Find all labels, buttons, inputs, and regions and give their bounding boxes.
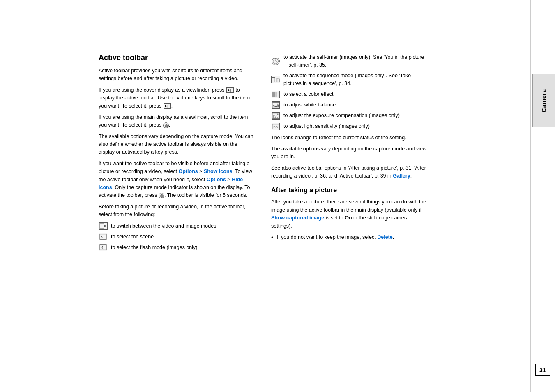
svg-rect-14	[272, 92, 275, 97]
toolbar-item-scene: A to select the scene	[99, 233, 255, 241]
sequence-icon	[271, 76, 280, 83]
camera-tab-label: Camera	[541, 89, 547, 112]
toolbar-item-sequence: to activate the sequence mode (images on…	[271, 72, 427, 88]
show-captured-image-link[interactable]: Show captured image	[271, 215, 324, 221]
joystick-icon-1	[163, 122, 169, 128]
gallery-link[interactable]: Gallery	[393, 173, 410, 179]
self-timer-icon	[272, 58, 280, 65]
svg-rect-13	[276, 79, 279, 82]
svg-marker-1	[104, 225, 107, 227]
para-options-vary-right: The available options vary depending on …	[271, 145, 427, 161]
toolbar-item-color-text: to select a color effect	[283, 90, 333, 98]
para-before-taking: Before taking a picture or recording a v…	[99, 203, 255, 219]
video-image-icon	[99, 222, 108, 230]
toolbar-item-self-timer: to activate the self-timer (images only)…	[271, 53, 427, 69]
show-icons-link[interactable]: Show icons	[204, 168, 232, 174]
bullet-delete: • If you do not want to keep the image, …	[271, 233, 427, 242]
camera-tab: Camera	[532, 74, 555, 127]
svg-rect-12	[274, 78, 277, 82]
play-pause-icon-2: ▶‖	[164, 103, 171, 109]
play-pause-icon-1: ▶‖	[226, 87, 234, 93]
toolbar-item-video-image-text: to switch between the video and image mo…	[111, 222, 216, 230]
toolbar-item-sequence-text: to activate the sequence mode (images on…	[283, 72, 427, 88]
after-para-1: After you take a picture, there are seve…	[271, 198, 427, 230]
wb-icon: AWB	[272, 101, 280, 109]
toolbar-item-color: to select a color effect	[271, 90, 427, 99]
para-options-vary: The available options vary depending on …	[99, 133, 255, 157]
para-icons-change: The icons change to reflect the current …	[271, 134, 427, 142]
svg-marker-6	[101, 245, 104, 250]
main-content: Active toolbar Active toolbar provides y…	[0, 0, 530, 392]
bullet-delete-text: If you do not want to keep the image, se…	[277, 233, 394, 241]
after-taking-heading: After taking a picture	[271, 187, 427, 194]
para-show-hide: If you want the active toolbar to be vis…	[99, 160, 255, 200]
para-intro: Active toolbar provides you with shortcu…	[99, 67, 255, 83]
page-number-box: 31	[535, 364, 550, 376]
svg-text:EV: EV	[273, 114, 277, 118]
flash-icon	[99, 244, 107, 251]
page-number: 31	[539, 367, 546, 374]
para-cover-display: If you are using the cover display as a …	[99, 86, 255, 110]
toolbar-item-self-timer-text: to activate the self-timer (images only)…	[283, 53, 427, 69]
scene-icon: A	[99, 233, 107, 240]
options-link-2[interactable]: Options	[207, 177, 226, 182]
bullet-dot: •	[271, 233, 274, 242]
page-container: Active toolbar Active toolbar provides y…	[0, 0, 555, 392]
svg-rect-16	[277, 92, 279, 97]
toolbar-item-flash: to select the flash mode (images only)	[99, 243, 255, 251]
color-icon	[272, 91, 280, 98]
toolbar-item-wb: AWB to adjust white balance	[271, 101, 427, 109]
svg-text:ISO: ISO	[273, 125, 278, 129]
svg-text:AWB: AWB	[273, 104, 279, 107]
svg-rect-15	[275, 92, 277, 97]
para-see-also: See also active toolbar options in 'Afte…	[271, 164, 427, 180]
left-column: Active toolbar Active toolbar provides y…	[99, 53, 255, 367]
toolbar-item-wb-text: to adjust white balance	[283, 101, 336, 109]
toolbar-item-exp: EV + - to adjust the exposure compensati…	[271, 112, 427, 120]
para-main-display: If you are using the main display as a v…	[99, 113, 255, 129]
options-link-1[interactable]: Options	[179, 168, 198, 174]
toolbar-item-video-image: to switch between the video and image mo…	[99, 222, 255, 230]
delete-link[interactable]: Delete	[377, 234, 393, 240]
right-column: to activate the self-timer (images only)…	[271, 53, 427, 367]
toolbar-item-exp-text: to adjust the exposure compensation (ima…	[283, 112, 400, 120]
toolbar-item-iso-text: to adjust light sensitivity (images only…	[283, 122, 370, 130]
toolbar-item-iso: ISO to adjust light sensitivity (images …	[271, 122, 427, 131]
active-toolbar-heading: Active toolbar	[99, 53, 255, 62]
toolbar-item-scene-text: to select the scene	[111, 233, 154, 241]
toolbar-item-flash-text: to select the flash mode (images only)	[111, 244, 198, 251]
exp-icon: EV + -	[272, 112, 280, 120]
joystick-icon-2	[159, 193, 164, 198]
iso-icon: ISO	[272, 123, 280, 130]
svg-text:A: A	[101, 235, 103, 239]
right-sidebar: Camera 31	[530, 0, 555, 392]
